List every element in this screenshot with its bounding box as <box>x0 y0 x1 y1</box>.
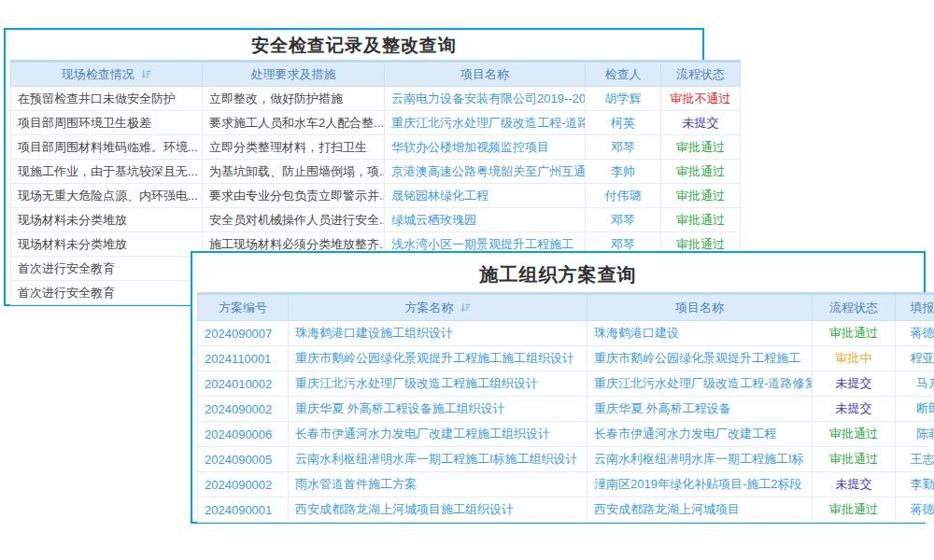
column-label: 现场检查情况 <box>62 67 134 81</box>
cell-measures: 为基坑卸载、防止围墙倒塌，项... <box>203 160 385 184</box>
cell-plan-no[interactable]: 2024010002 <box>198 371 289 397</box>
cell-text: 长春市伊通河水力发电厂改建工程施工组织设计 <box>295 427 550 441</box>
cell-text: 云南电力设备安装有限公司2019--2020年度 <box>391 91 586 105</box>
cell-project[interactable]: 潼南区2019年绿化补贴项目-施工2标段 <box>587 472 813 497</box>
cell-text: 安全员对机械操作人员进行安全... <box>209 213 385 227</box>
cell-text: 京港澳高速公路粤境韶关至广州互通路面改 <box>391 164 586 178</box>
sort-icon <box>460 302 471 313</box>
cell-plan-no[interactable]: 2024090002 <box>198 472 289 497</box>
cell-plan-no[interactable]: 2024090006 <box>198 422 289 447</box>
column-header-plan-no: 方案编号 <box>198 294 289 321</box>
cell-status: 审批通过 <box>813 321 896 346</box>
cell-plan-no[interactable]: 2024110001 <box>198 346 289 371</box>
cell-inspector: 李帅 <box>586 160 661 184</box>
cell-plan-name[interactable]: 雨水管道首件施工方案 <box>289 472 587 497</box>
cell-project[interactable]: 绿城云栖玫瑰园 <box>385 208 586 232</box>
table-row: 现场材料未分类堆放安全员对机械操作人员进行安全...绿城云栖玫瑰园邓琴审批通过 <box>11 208 741 232</box>
status-badge: 审批通过 <box>676 237 725 251</box>
cell-text: 西安成都路龙湖上河城项目施工组织设计 <box>295 502 514 516</box>
sort-icon <box>141 69 151 79</box>
cell-project[interactable]: 重庆江北污水处理厂级改造工程-道路修复 <box>385 111 586 135</box>
cell-plan-no[interactable]: 2024090007 <box>198 321 289 346</box>
column-label: 流程状态 <box>676 67 725 81</box>
cell-text: 柯英 <box>611 116 635 130</box>
cell-text: 现场材料未分类堆放 <box>18 213 127 227</box>
cell-text: 王志远 <box>911 452 934 466</box>
column-label: 方案名称 <box>404 301 453 315</box>
cell-plan-no[interactable]: 2024090005 <box>198 447 289 472</box>
table-row: 现场无重大危险点源、内环强电...要求由专业分包负责立即警示并...晟铭园林绿化… <box>11 184 741 208</box>
cell-text: 雨水管道首件施工方案 <box>295 477 417 491</box>
cell-plan-name[interactable]: 珠海鹤港口建设施工组织设计 <box>289 321 587 346</box>
cell-reporter: 蒋德帧 <box>896 497 934 523</box>
cell-plan-name[interactable]: 重庆江北污水处理厂级改造工程施工组织设计 <box>289 371 587 397</box>
column-label: 填报人 <box>911 301 934 315</box>
status-badge: 审批通过 <box>829 452 878 466</box>
cell-text: 付伟璐 <box>605 189 642 203</box>
cell-situation: 在预留检查井口未做安全防护 <box>11 87 203 111</box>
cell-situation: 现场无重大危险点源、内环强电... <box>11 184 203 208</box>
status-badge: 审批通过 <box>676 140 725 154</box>
cell-plan-name[interactable]: 重庆市鹅岭公园绿化景观提升工程施工施工组织设计 <box>289 346 587 371</box>
cell-text: 蒋德帧 <box>911 502 934 516</box>
cell-plan-name[interactable]: 西安成都路龙湖上河城项目施工组织设计 <box>289 497 587 523</box>
cell-project[interactable]: 京港澳高速公路粤境韶关至广州互通路面改 <box>385 160 586 184</box>
cell-plan-no[interactable]: 2024090002 <box>198 397 289 422</box>
header-row: 方案编号方案名称 项目名称流程状态填报人 <box>198 294 934 321</box>
column-label: 项目名称 <box>460 67 509 81</box>
cell-project[interactable]: 重庆华夏 外高桥工程设备 <box>587 397 813 422</box>
column-header-plan-name[interactable]: 方案名称 <box>289 294 587 321</box>
cell-text: 蒋德帧 <box>911 326 934 340</box>
table-row: 2024090006长春市伊通河水力发电厂改建工程施工组织设计长春市伊通河水力发… <box>198 422 934 447</box>
cell-text: 现施工作业，由于基坑较深且无... <box>18 164 198 178</box>
cell-inspector: 付伟璐 <box>586 184 661 208</box>
cell-text: 邓琴 <box>611 213 635 227</box>
cell-text: 浅水湾小区一期景观提升工程施工 <box>391 237 573 251</box>
cell-project[interactable]: 重庆江北污水处理厂级改造工程-道路修复 <box>587 371 813 397</box>
cell-text: 绿城云栖玫瑰园 <box>391 213 476 227</box>
cell-measures: 要求施工人员和水车2人配合整... <box>203 111 385 135</box>
cell-project[interactable]: 云南电力设备安装有限公司2019--2020年度 <box>385 87 586 111</box>
cell-text: 要求由专业分包负责立即警示并... <box>209 189 385 203</box>
cell-text: 重庆市鹅岭公园绿化景观提升工程施工施工组织设计 <box>295 351 574 365</box>
cell-plan-no[interactable]: 2024090001 <box>198 497 289 523</box>
cell-text: 重庆华夏 外高桥工程设备 <box>594 401 731 415</box>
cell-situation: 项目部周围环境卫生极差 <box>11 111 203 135</box>
cell-measures: 要求由专业分包负责立即警示并... <box>203 184 385 208</box>
cell-project[interactable]: 华软办公楼增加视频监控项目 <box>385 135 586 160</box>
cell-inspector: 邓琴 <box>586 208 661 232</box>
table-row: 2024090002雨水管道首件施工方案潼南区2019年绿化补贴项目-施工2标段… <box>198 472 934 497</box>
cell-text: 长春市伊通河水力发电厂改建工程 <box>594 427 776 441</box>
safety-table-header: 现场检查情况 处理要求及措施项目名称检查人流程状态 <box>11 62 741 87</box>
column-header-situation[interactable]: 现场检查情况 <box>11 62 203 87</box>
cell-reporter: 马东 <box>896 371 934 397</box>
cell-status: 审批通过 <box>661 160 741 184</box>
status-badge: 审批不通过 <box>671 91 731 105</box>
cell-status: 审批通过 <box>661 184 741 208</box>
cell-project[interactable]: 云南水利枢纽潜明水库一期工程施工I标 <box>587 447 813 472</box>
cell-text: 项目部周围环境卫生极差 <box>18 116 151 130</box>
cell-project[interactable]: 西安成都路龙湖上河城项目 <box>587 497 813 523</box>
cell-text: 华软办公楼增加视频监控项目 <box>391 140 549 154</box>
table-row: 2024090007珠海鹤港口建设施工组织设计珠海鹤港口建设审批通过蒋德帧 <box>198 321 934 346</box>
cell-text: 要求施工人员和水车2人配合整... <box>209 116 384 130</box>
cell-text: 重庆华夏 外高桥工程设备施工组织设计 <box>295 401 505 415</box>
cell-project[interactable]: 珠海鹤港口建设 <box>587 321 813 346</box>
cell-project[interactable]: 长春市伊通河水力发电厂改建工程 <box>587 422 813 447</box>
cell-text: 现场材料未分类堆放 <box>18 237 127 251</box>
cell-project[interactable]: 重庆市鹅岭公园绿化景观提升工程施工 <box>587 346 813 371</box>
cell-measures: 立即分类整理材料，打扫卫生 <box>203 135 385 160</box>
cell-text: 珠海鹤港口建设 <box>594 326 679 340</box>
cell-text: 珠海鹤港口建设施工组织设计 <box>295 326 453 340</box>
cell-project[interactable]: 晟铭园林绿化工程 <box>385 184 586 208</box>
cell-text: 云南水利枢纽潜明水库一期工程施工I标施工组织设计 <box>295 452 578 466</box>
cell-text: 西安成都路龙湖上河城项目 <box>594 502 740 516</box>
cell-plan-name[interactable]: 长春市伊通河水力发电厂改建工程施工组织设计 <box>289 422 587 447</box>
column-label: 方案编号 <box>219 301 267 315</box>
table-row: 项目部周围材料堆码临难。环境...立即分类整理材料，打扫卫生华软办公楼增加视频监… <box>11 135 741 160</box>
plan-panel-title: 施工组织方案查询 <box>192 253 924 292</box>
cell-text: 项目部周围材料堆码临难。环境... <box>18 140 198 154</box>
cell-plan-name[interactable]: 重庆华夏 外高桥工程设备施工组织设计 <box>289 397 587 422</box>
cell-situation: 现场材料未分类堆放 <box>11 232 203 257</box>
cell-plan-name[interactable]: 云南水利枢纽潜明水库一期工程施工I标施工组织设计 <box>289 447 587 472</box>
